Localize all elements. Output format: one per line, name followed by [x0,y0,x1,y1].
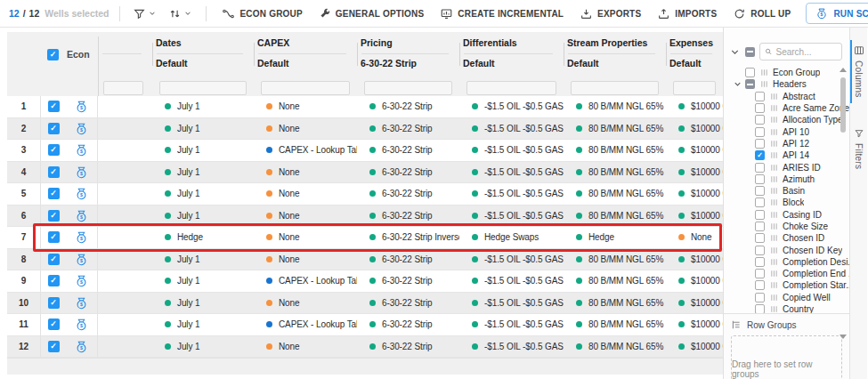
column-filter-input-pricing[interactable] [364,81,452,95]
cell-dates[interactable]: July 1 [152,183,254,205]
drag-handle-icon[interactable] [770,164,778,172]
cell-differentials[interactable]: -$1.5 OIL -$0.5 GAS 30% N [459,96,564,117]
tree-item-checkbox[interactable] [755,115,765,125]
econ-run-button[interactable]: $ [66,249,98,270]
chevron-down-icon[interactable] [742,198,755,207]
cell-stream-properties[interactable]: 80 B/MM NGL 65% GAS S [564,96,666,117]
column-tree-item[interactable]: Basin [724,185,849,197]
tree-item-checkbox[interactable] [755,269,765,278]
chevron-down-icon[interactable] [742,210,755,220]
column-group-pricing[interactable]: Pricing6-30-22 Strip [357,32,459,77]
cell-stream-properties[interactable]: 80 B/MM NGL 65% GAS S [564,183,666,205]
tree-item-checkbox[interactable] [755,163,765,173]
column-tree-item[interactable]: Country [724,303,849,313]
exports-button[interactable]: EXPORTS [575,4,645,23]
column-tree-item[interactable]: Copied Well [724,292,849,303]
cell-pricing[interactable]: 6-30-22 Strip [357,270,459,292]
cell-dates[interactable]: July 1 [152,249,254,270]
scroll-down-arrow[interactable] [840,335,847,339]
cell-differentials[interactable]: -$1.5 OIL -$0.5 GAS 30% N [459,270,564,292]
column-group-differentials[interactable]: DifferentialsDefault [459,32,564,77]
tree-item-checkbox[interactable] [755,103,765,113]
row-checkbox[interactable] [48,101,60,112]
cell-pricing[interactable]: 6-30-22 Strip [357,183,459,205]
drag-handle-icon[interactable] [770,281,778,289]
column-tree-item[interactable]: Chosen ID [724,232,849,244]
cell-expenses[interactable]: None [666,227,723,248]
cell-differentials[interactable]: -$1.5 OIL -$0.5 GAS 30% N [459,314,564,335]
column-tree-item[interactable]: Choke Size [724,221,849,232]
drag-handle-icon[interactable] [770,116,778,124]
cell-stream-properties[interactable]: 80 B/MM NGL 65% GAS S [564,249,666,270]
drag-handle-icon[interactable] [760,69,768,77]
drag-handle-icon[interactable] [770,211,778,219]
row-checkbox[interactable] [48,123,60,134]
column-tree-item[interactable]: Chosen ID Key [724,244,849,255]
row-checkbox[interactable] [48,166,60,178]
tree-item-checkbox[interactable] [755,280,765,290]
cell-capex[interactable]: None [254,206,357,227]
tab-filters[interactable]: Filters [850,123,867,174]
drag-handle-icon[interactable] [770,128,778,136]
row-checkbox[interactable] [48,275,60,286]
tree-item-checkbox[interactable] [755,257,765,267]
cell-differentials[interactable]: -$1.5 OIL -$0.5 GAS 30% N [459,162,564,183]
column-filter-input-stream-properties[interactable] [571,81,659,95]
cell-pricing[interactable]: 6-30-22 Strip [357,336,459,358]
column-filter-input[interactable] [103,81,143,95]
tree-item-checkbox[interactable] [745,79,755,89]
column-tree-item[interactable]: Casing ID [724,209,849,221]
cell-dates[interactable]: July 1 [152,293,254,314]
tree-item-checkbox[interactable] [755,293,765,302]
cell-capex[interactable]: CAPEX - Lookup Table [254,270,357,292]
drag-handle-icon[interactable] [770,151,778,159]
cell-dates[interactable]: July 1 [152,336,254,358]
tree-item-checkbox[interactable] [755,92,765,101]
econ-run-button[interactable]: $ [66,96,98,117]
cell-differentials[interactable]: -$1.5 OIL -$0.5 GAS 30% N [459,336,564,358]
tree-item-checkbox[interactable] [755,246,765,255]
cell-capex[interactable]: None [254,293,357,314]
cell-capex[interactable]: None [254,183,357,205]
chevron-down-icon[interactable] [742,293,755,302]
cell-expenses[interactable]: $10000 OPC/ [666,314,723,335]
tree-item-checkbox[interactable] [755,139,765,149]
cell-dates[interactable]: Hedge [152,227,254,248]
cell-pricing[interactable]: 6-30-22 Strip [357,206,459,227]
sidebar-scrollbar[interactable] [839,68,848,339]
chevron-down-icon[interactable] [742,139,755,149]
cell-expenses[interactable]: $10000 OPC/ [666,206,723,227]
chevron-down-icon[interactable] [742,233,755,243]
drag-handle-icon[interactable] [770,270,778,278]
column-tree-item[interactable]: Econ Group [724,67,849,78]
tree-item-checkbox[interactable] [745,68,755,77]
tree-item-checkbox[interactable] [755,222,765,231]
row-checkbox[interactable] [48,297,60,309]
row-checkbox[interactable] [48,188,60,199]
cell-capex[interactable]: None [254,249,357,270]
cell-expenses[interactable]: $10000 OPC/ [666,118,723,140]
cell-pricing[interactable]: 6-30-22 Strip [357,314,459,335]
cell-expenses[interactable]: $10000 OPC/ [666,249,723,270]
cell-dates[interactable]: July 1 [152,270,254,292]
chevron-down-icon[interactable] [742,257,755,267]
row-checkbox[interactable] [48,210,60,222]
column-tree-item[interactable]: Completion End ... [724,268,849,279]
cell-expenses[interactable]: $10000 OPC/ [666,336,723,358]
general-options-button[interactable]: GENERAL OPTIONS [314,4,429,22]
column-tree-item[interactable]: Completion Star... [724,279,849,291]
chevron-down-icon[interactable] [742,222,755,231]
econ-run-button[interactable]: $ [66,140,98,161]
cell-pricing[interactable]: 6-30-22 Strip [357,249,459,270]
collapse-all-chevron-icon[interactable] [729,46,741,58]
drag-handle-icon[interactable] [770,234,778,242]
drag-handle-icon[interactable] [770,140,778,148]
drag-handle-icon[interactable] [770,246,778,254]
row-checkbox[interactable] [48,341,60,352]
column-filter-input-differentials[interactable] [466,81,556,95]
cell-pricing[interactable]: 6-30-22 Strip Inverse [357,227,459,248]
cell-capex[interactable]: None [254,336,357,358]
select-all-columns-checkbox[interactable] [745,47,755,57]
cell-expenses[interactable]: $10000 OPC/ [666,162,723,183]
econ-run-button[interactable]: $ [66,227,98,248]
